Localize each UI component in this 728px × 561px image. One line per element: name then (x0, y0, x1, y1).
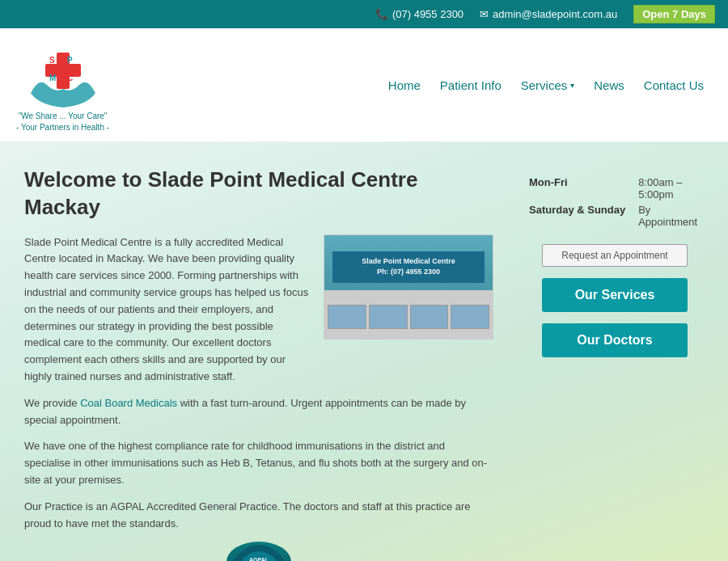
weekend-label: Saturday & Sunday (526, 202, 629, 230)
clinic-sign: Slade Point Medical Centre Ph: (07) 4955… (332, 251, 485, 283)
site-header: S P M C "We Share ... Your Care" - Your … (0, 28, 728, 142)
request-appointment-button[interactable]: Request an Appointment (542, 244, 688, 267)
left-column: Welcome to Slade Point Medical Centre Ma… (24, 167, 493, 561)
weekend-hours: By Appointment (629, 202, 704, 230)
logo-area: S P M C "We Share ... Your Care" - Your … (16, 36, 109, 133)
nav-patient-info[interactable]: Patient Info (440, 78, 502, 92)
coal-board-paragraph: We provide Coal Board Medicals with a fa… (24, 395, 493, 429)
hours-row-weekend: Saturday & Sunday By Appointment (526, 202, 704, 230)
content-wrapper: Welcome to Slade Point Medical Centre Ma… (24, 167, 704, 561)
our-services-button[interactable]: Our Services (542, 278, 688, 312)
svg-text:S: S (49, 56, 55, 65)
our-doctors-button[interactable]: Our Doctors (542, 323, 688, 357)
logo-tagline: "We Share ... Your Care" - Your Partners… (16, 111, 109, 133)
chevron-down-icon: ▾ (570, 81, 574, 90)
phone-icon: 📞 (375, 8, 388, 20)
nav-services[interactable]: Services (521, 78, 568, 92)
phone-number: (07) 4955 2300 (392, 8, 463, 20)
top-bar: 📞 (07) 4955 2300 ✉ admin@sladepoint.com.… (0, 0, 728, 28)
clinic-window (451, 305, 489, 329)
clinic-window (369, 305, 408, 329)
immunisation-paragraph: We have one of the highest compliance ra… (24, 438, 493, 488)
nav-home[interactable]: Home (388, 78, 421, 92)
email-info: ✉ admin@sladepoint.com.au (480, 8, 617, 20)
open-badge: Open 7 Days (633, 5, 715, 23)
email-address: admin@sladepoint.com.au (493, 8, 617, 20)
weekday-label: Mon-Fri (526, 175, 629, 202)
clinic-window (328, 305, 366, 329)
clinic-windows (328, 305, 489, 329)
coal-board-link[interactable]: Coal Board Medicals (80, 397, 177, 409)
intro-text: Slade Point Medical Centre is a fully ac… (24, 234, 312, 386)
nav-services-wrapper: Services ▾ (521, 78, 575, 92)
hours-table: Mon-Fri 8:00am – 5:00pm Saturday & Sunda… (526, 175, 704, 230)
clinic-building (324, 290, 493, 339)
agpal-paragraph: Our Practice is an AGPAL Accredited Gene… (24, 499, 493, 533)
clinic-photo: Slade Point Medical Centre Ph: (07) 4955… (324, 234, 493, 340)
nav-news[interactable]: News (594, 78, 624, 92)
main-content-area: Welcome to Slade Point Medical Centre Ma… (0, 142, 728, 561)
clinic-window (410, 305, 449, 329)
svg-text:AGPAL: AGPAL (249, 557, 269, 561)
weekday-hours: 8:00am – 5:00pm (629, 175, 704, 202)
svg-text:M: M (49, 74, 56, 82)
svg-text:C: C (67, 74, 73, 82)
intro-section: Slade Point Medical Centre is a fully ac… (24, 234, 493, 386)
email-icon: ✉ (480, 8, 489, 20)
right-column: Mon-Fri 8:00am – 5:00pm Saturday & Sunda… (526, 167, 704, 561)
svg-text:P: P (67, 56, 73, 65)
clinic-photo-inner: Slade Point Medical Centre Ph: (07) 4955… (324, 235, 493, 339)
accreditation-area: AGPAL ACCREDITED (24, 542, 493, 561)
main-nav: Home Patient Info Services ▾ News Contac… (388, 78, 704, 92)
page-title: Welcome to Slade Point Medical Centre Ma… (24, 167, 493, 221)
phone-info: 📞 (07) 4955 2300 (375, 8, 463, 20)
nav-contact-us[interactable]: Contact Us (644, 78, 704, 92)
logo-svg: S P M C (23, 36, 104, 109)
accred-badge: AGPAL ACCREDITED (226, 542, 291, 561)
hours-row-weekday: Mon-Fri 8:00am – 5:00pm (526, 175, 704, 202)
